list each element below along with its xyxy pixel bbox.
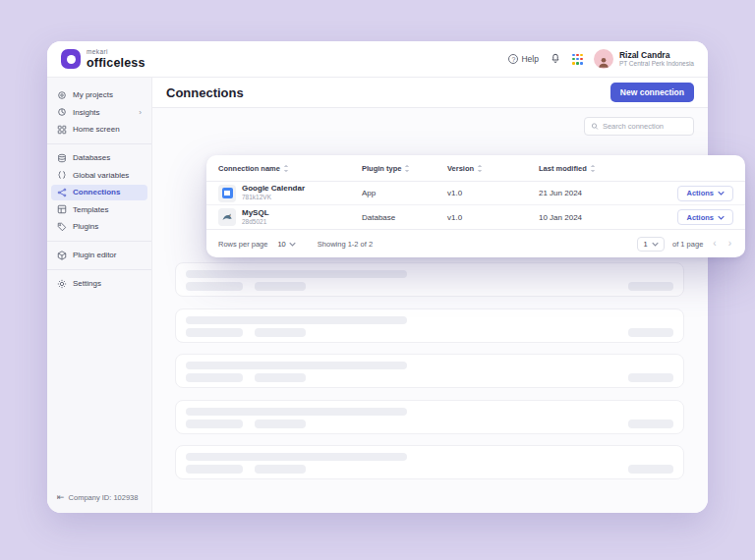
- notification-bell-icon[interactable]: [550, 50, 561, 68]
- search-box[interactable]: [584, 117, 694, 136]
- brand-name-bottom: officeless: [87, 57, 145, 70]
- sidebar-item-label: Home screen: [73, 125, 120, 134]
- user-company: PT Central Perk Indonesia: [619, 60, 694, 68]
- rows-per-page-select[interactable]: 10: [277, 240, 295, 249]
- main-content: Connections New connection: [152, 78, 708, 513]
- sidebar-item-label: Global variables: [73, 171, 129, 180]
- target-icon: [57, 90, 67, 100]
- mekari-logo-icon: [61, 49, 81, 69]
- search-icon: [591, 122, 599, 131]
- of-pages-label: of 1 page: [672, 240, 703, 249]
- table-row[interactable]: Google Calendar 781k12VK App v1.0 21 Jun…: [206, 182, 745, 205]
- toolbar: [152, 108, 708, 136]
- company-id-label: Company ID: 102938: [69, 493, 139, 502]
- divider: [47, 269, 151, 270]
- connection-id: 28d5021: [242, 218, 269, 226]
- previous-page-button[interactable]: ‹: [711, 239, 718, 249]
- help-label: Help: [521, 54, 538, 64]
- column-header-plugin-type[interactable]: Plugin type: [362, 164, 447, 173]
- app-window: mekari officeless ? Help: [47, 41, 708, 513]
- column-header-version[interactable]: Version: [447, 164, 539, 173]
- sort-icon: [404, 164, 410, 173]
- divider: [47, 143, 151, 144]
- chevron-down-icon: [718, 215, 725, 220]
- last-modified-cell: 10 Jan 2024: [539, 213, 657, 222]
- new-connection-button[interactable]: New connection: [610, 83, 694, 102]
- user-name: Rizal Candra: [619, 50, 694, 61]
- sidebar-item-label: Plugin editor: [73, 251, 116, 259]
- sidebar-item-label: Databases: [73, 153, 110, 162]
- user-menu[interactable]: Rizal Candra PT Central Perk Indonesia: [594, 49, 694, 69]
- version-cell: v1.0: [447, 213, 539, 222]
- divider: [47, 241, 151, 242]
- tag-icon: [57, 222, 67, 232]
- sidebar-item-plugin-editor[interactable]: Plugin editor: [51, 248, 147, 263]
- cube-icon: [57, 251, 67, 260]
- sidebar-item-settings[interactable]: Settings: [51, 276, 147, 292]
- connections-table-card: Connection name Plugin type Version Last…: [206, 155, 745, 257]
- sidebar-item-label: Settings: [73, 279, 101, 288]
- database-icon: [57, 153, 67, 163]
- google-calendar-icon: [218, 185, 236, 202]
- sort-icon: [283, 164, 289, 173]
- connections-icon: [57, 188, 67, 197]
- actions-button[interactable]: Actions: [677, 209, 733, 225]
- table-pagination: Rows per page 10 Showing 1-2 of 2 1 of 1…: [206, 229, 745, 257]
- chevron-down-icon: [289, 242, 296, 247]
- brand-logo: mekari officeless: [61, 49, 145, 69]
- plugin-type-cell: Database: [362, 213, 447, 222]
- sidebar-item-home-screen[interactable]: Home screen: [51, 122, 147, 138]
- chevron-down-icon: [718, 191, 725, 196]
- skeleton-list: [175, 262, 684, 479]
- sidebar-item-label: Plugins: [73, 222, 98, 231]
- braces-icon: [57, 170, 67, 180]
- skeleton-card: [175, 308, 684, 343]
- apps-grid-icon[interactable]: [572, 54, 583, 65]
- plugin-type-cell: App: [362, 189, 447, 197]
- mysql-icon: [218, 208, 236, 226]
- insights-icon: [57, 107, 67, 117]
- sidebar-item-global-variables[interactable]: Global variables: [51, 167, 147, 183]
- skeleton-card: [175, 354, 684, 388]
- page-title: Connections: [166, 85, 244, 100]
- question-icon: ?: [508, 54, 518, 64]
- page-number-select[interactable]: 1: [637, 237, 665, 252]
- actions-button[interactable]: Actions: [677, 186, 733, 201]
- search-input[interactable]: [603, 122, 687, 131]
- topbar: mekari officeless ? Help: [47, 41, 708, 78]
- next-page-button[interactable]: ›: [726, 239, 733, 249]
- sidebar-item-label: My projects: [73, 90, 113, 99]
- gear-icon: [57, 279, 67, 289]
- brand-name-top: mekari: [87, 49, 145, 56]
- sidebar-item-connections[interactable]: Connections: [51, 185, 147, 200]
- column-header-last-modified[interactable]: Last modified: [539, 164, 657, 173]
- skeleton-card: [175, 262, 684, 297]
- showing-label: Showing 1-2 of 2: [318, 240, 373, 249]
- avatar: [594, 49, 613, 69]
- sidebar-item-label: Templates: [73, 205, 108, 214]
- sidebar-item-databases[interactable]: Databases: [51, 150, 147, 166]
- sort-icon: [590, 164, 596, 173]
- collapse-sidebar-icon[interactable]: ⇤: [57, 492, 65, 502]
- chevron-down-icon: [652, 242, 659, 247]
- sidebar: My projects Insights › Home screen Datab…: [47, 78, 152, 513]
- sidebar-item-templates[interactable]: Templates: [51, 201, 147, 217]
- rows-per-page-label: Rows per page: [218, 240, 267, 249]
- skeleton-card: [175, 445, 684, 479]
- help-button[interactable]: ? Help: [508, 54, 538, 64]
- company-id-footer: ⇤ Company ID: 102938: [57, 492, 138, 502]
- sidebar-item-plugins[interactable]: Plugins: [51, 219, 147, 235]
- grid-icon: [57, 125, 67, 135]
- sidebar-item-insights[interactable]: Insights ›: [51, 104, 147, 120]
- column-header-connection-name[interactable]: Connection name: [218, 164, 362, 173]
- connection-name: MySQL: [242, 208, 269, 218]
- page-header: Connections New connection: [152, 78, 708, 108]
- sidebar-item-label: Insights: [73, 108, 100, 117]
- version-cell: v1.0: [447, 189, 539, 197]
- sidebar-item-my-projects[interactable]: My projects: [51, 87, 147, 103]
- table-row[interactable]: MySQL 28d5021 Database v1.0 10 Jan 2024 …: [206, 205, 745, 229]
- connection-id: 781k12VK: [242, 194, 305, 201]
- sort-icon: [477, 164, 483, 173]
- table-header-row: Connection name Plugin type Version Last…: [206, 155, 745, 182]
- chevron-right-icon: ›: [139, 108, 142, 117]
